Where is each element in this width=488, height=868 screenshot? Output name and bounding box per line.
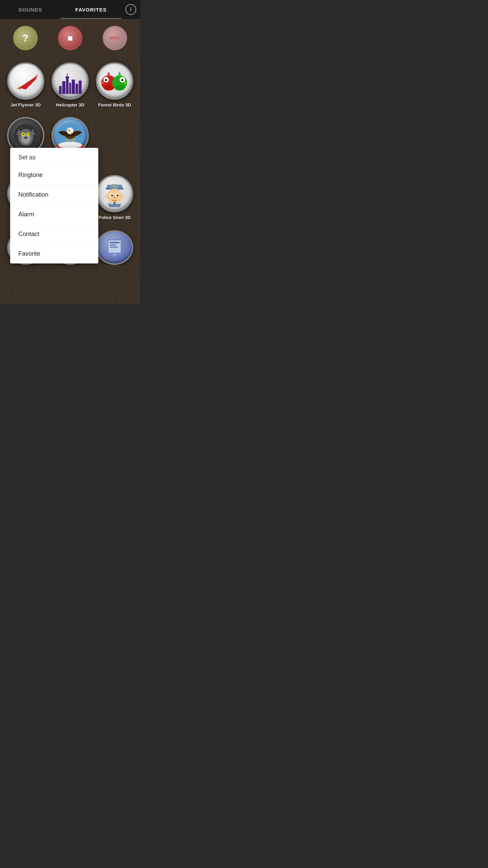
forest-birds-label: Forest Birds 3D bbox=[98, 102, 131, 107]
favorites-tab-label: FAVORITES bbox=[75, 7, 107, 13]
info-icon: i bbox=[125, 4, 136, 15]
birds-icon bbox=[99, 67, 130, 95]
svg-point-39 bbox=[58, 142, 82, 149]
svg-point-15 bbox=[104, 85, 114, 91]
tab-sounds[interactable]: SOUNDS bbox=[0, 0, 61, 19]
dropdown-menu: Set as Ringtone Notification Alarm Conta… bbox=[10, 148, 98, 263]
svg-point-63 bbox=[117, 194, 119, 196]
wolf-icon bbox=[12, 122, 39, 149]
sound-icon-helicopter bbox=[52, 62, 89, 100]
svg-point-68 bbox=[120, 194, 124, 198]
info-button[interactable]: i bbox=[121, 4, 140, 15]
svg-point-64 bbox=[112, 194, 113, 195]
svg-point-62 bbox=[111, 194, 113, 196]
sound-item-police-siren[interactable]: Police Siren 3D bbox=[93, 170, 137, 224]
svg-rect-8 bbox=[72, 79, 75, 94]
svg-point-67 bbox=[105, 194, 109, 198]
question-button[interactable]: ? bbox=[13, 26, 38, 50]
dropdown-item-ringtone[interactable]: Ringtone bbox=[10, 165, 98, 185]
svg-point-44 bbox=[68, 130, 69, 131]
svg-rect-88 bbox=[109, 246, 118, 248]
svg-point-41 bbox=[67, 127, 74, 134]
jet-flyover-label: Jet Flyover 3D bbox=[11, 102, 41, 107]
tab-bar: SOUNDS FAVORITES i bbox=[0, 0, 140, 19]
sound-icon-bottom3 bbox=[96, 230, 133, 265]
question-icon: ? bbox=[22, 32, 28, 44]
sound-item-bottom3[interactable] bbox=[93, 228, 137, 265]
svg-rect-5 bbox=[62, 81, 65, 94]
svg-point-66 bbox=[113, 197, 116, 199]
svg-rect-12 bbox=[65, 76, 69, 78]
svg-point-18 bbox=[105, 79, 107, 81]
city-icon bbox=[57, 68, 84, 94]
dropdown-header: Set as bbox=[10, 148, 98, 165]
sound-icon-police-siren bbox=[96, 175, 133, 212]
rocket-icon bbox=[12, 71, 39, 91]
dropdown-item-alarm[interactable]: Alarm bbox=[10, 204, 98, 224]
sound-item-forest-birds[interactable]: Forest Birds 3D bbox=[93, 57, 137, 112]
dropdown-item-favorite[interactable]: Favorite bbox=[10, 244, 98, 263]
svg-point-24 bbox=[121, 79, 123, 81]
phone-icon bbox=[103, 236, 126, 259]
dropdown-item-notification[interactable]: Notification bbox=[10, 185, 98, 204]
tab-favorites[interactable]: FAVORITES bbox=[61, 0, 121, 19]
svg-rect-86 bbox=[109, 242, 120, 243]
svg-point-85 bbox=[113, 253, 116, 256]
svg-point-33 bbox=[28, 134, 29, 135]
svg-rect-7 bbox=[69, 83, 71, 94]
svg-rect-6 bbox=[66, 78, 69, 94]
svg-point-34 bbox=[24, 137, 27, 139]
controls-row: ? ■ bbox=[0, 19, 140, 54]
svg-rect-9 bbox=[76, 84, 78, 94]
sound-icon-forest-birds bbox=[96, 62, 133, 100]
svg-rect-87 bbox=[109, 244, 116, 246]
sounds-tab-label: SOUNDS bbox=[18, 7, 42, 13]
eagle-icon bbox=[55, 122, 85, 149]
stop-icon: ■ bbox=[67, 33, 73, 43]
dropdown-item-contact[interactable]: Contact bbox=[10, 224, 98, 244]
svg-rect-10 bbox=[79, 80, 81, 94]
svg-point-59 bbox=[107, 189, 122, 204]
police-icon bbox=[101, 180, 128, 207]
stop-button[interactable]: ■ bbox=[58, 26, 82, 50]
svg-point-32 bbox=[23, 134, 24, 135]
sound-item-jet-flyover[interactable]: Jet Flyover 3D bbox=[3, 57, 48, 112]
sound-icon-jet-flyover bbox=[7, 62, 44, 100]
repeat-icon bbox=[109, 33, 121, 43]
police-siren-label: Police Siren 3D bbox=[99, 215, 131, 220]
svg-marker-0 bbox=[19, 78, 36, 90]
svg-point-22 bbox=[115, 85, 125, 91]
sound-item-helicopter[interactable]: Helicopter 3D bbox=[48, 57, 92, 112]
helicopter-label: Helicopter 3D bbox=[56, 102, 84, 107]
repeat-button[interactable] bbox=[103, 26, 127, 50]
svg-marker-20 bbox=[107, 72, 110, 75]
svg-rect-4 bbox=[59, 86, 62, 94]
svg-point-65 bbox=[118, 194, 118, 195]
svg-marker-26 bbox=[118, 72, 121, 75]
